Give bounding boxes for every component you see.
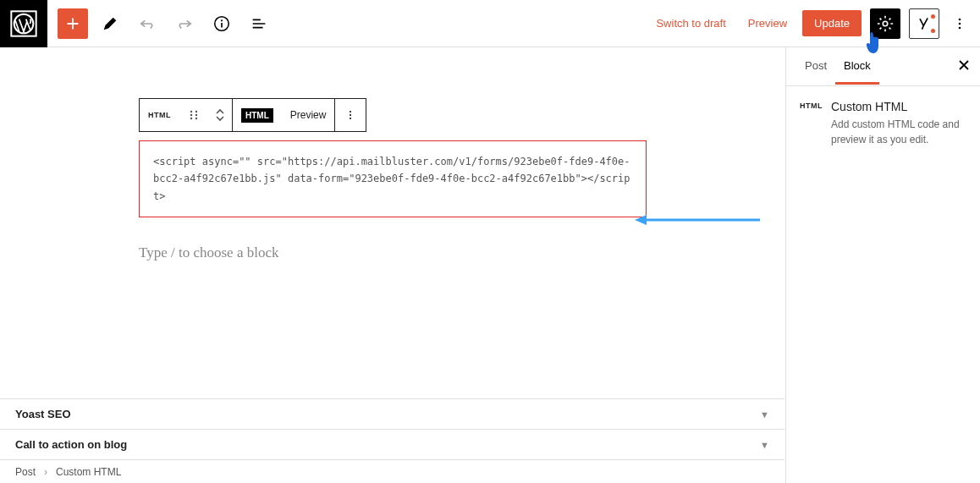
block-placeholder[interactable]: Type / to choose a block xyxy=(139,244,647,261)
chevron-down-icon: ▼ xyxy=(760,440,769,450)
svg-point-16 xyxy=(350,118,351,119)
more-vertical-icon xyxy=(344,108,357,122)
breadcrumb-current[interactable]: Custom HTML xyxy=(56,466,121,478)
preview-button[interactable]: Preview xyxy=(741,12,794,35)
close-sidebar-button[interactable] xyxy=(958,58,970,75)
svg-point-11 xyxy=(195,114,197,116)
block-title: Custom HTML xyxy=(831,100,966,113)
add-block-button[interactable] xyxy=(58,8,88,39)
chevron-down-icon xyxy=(215,115,225,122)
block-description: Add custom HTML code and preview it as y… xyxy=(831,117,966,147)
move-block-button[interactable] xyxy=(208,99,232,131)
plus-icon xyxy=(63,14,82,33)
svg-point-12 xyxy=(190,118,192,119)
wordpress-logo[interactable] xyxy=(0,0,47,47)
svg-point-6 xyxy=(959,22,961,25)
redo-icon xyxy=(175,14,194,33)
chevron-down-icon: ▼ xyxy=(760,409,769,420)
breadcrumb-root[interactable]: Post xyxy=(15,466,36,478)
panel-title: Yoast SEO xyxy=(15,408,71,420)
arrow-annotation xyxy=(635,211,762,231)
custom-html-input[interactable]: <script async="" src="https://api.mailbl… xyxy=(139,140,647,217)
block-more-button[interactable] xyxy=(335,99,366,131)
svg-point-10 xyxy=(190,114,192,116)
drag-icon xyxy=(188,109,200,121)
tab-post[interactable]: Post xyxy=(796,49,835,85)
main-area: HTML HTML Preview xyxy=(0,47,980,483)
switch-to-draft-button[interactable]: Switch to draft xyxy=(649,12,732,35)
settings-sidebar: Post Block HTML Custom HTML Add custom H… xyxy=(785,47,980,483)
block-toolbar: HTML HTML Preview xyxy=(139,98,366,132)
pencil-icon xyxy=(101,14,119,33)
more-options-button[interactable] xyxy=(948,8,972,39)
editor-canvas: HTML HTML Preview xyxy=(0,47,785,483)
panel-title: Call to action on blog xyxy=(15,438,127,451)
settings-button[interactable] xyxy=(870,8,900,39)
undo-icon xyxy=(138,14,157,33)
svg-point-4 xyxy=(883,21,888,26)
outline-button[interactable] xyxy=(244,8,274,39)
svg-point-7 xyxy=(959,26,961,29)
breadcrumb: Post › Custom HTML xyxy=(0,459,785,483)
cta-panel[interactable]: Call to action on blog ▼ xyxy=(0,429,785,459)
block-type-button[interactable]: HTML xyxy=(140,99,179,131)
chevron-up-icon xyxy=(215,108,225,115)
wordpress-icon xyxy=(10,10,37,37)
top-left-tools xyxy=(47,8,274,39)
more-vertical-icon xyxy=(951,15,968,32)
svg-point-15 xyxy=(350,114,351,116)
svg-point-5 xyxy=(959,18,961,20)
sidebar-tabs: Post Block xyxy=(786,47,980,86)
sidebar-body: HTML Custom HTML Add custom HTML code an… xyxy=(786,86,980,161)
bottom-panels: Yoast SEO ▼ Call to action on blog ▼ xyxy=(0,398,785,459)
svg-point-8 xyxy=(190,111,192,113)
svg-point-14 xyxy=(350,111,351,113)
drag-handle[interactable] xyxy=(179,99,208,131)
html-icon: HTML xyxy=(800,102,823,110)
svg-point-13 xyxy=(195,118,197,119)
svg-point-3 xyxy=(221,19,223,21)
list-icon xyxy=(250,14,268,33)
tab-block[interactable]: Block xyxy=(835,49,879,85)
preview-view-button[interactable]: Preview xyxy=(282,99,335,131)
undo-button[interactable] xyxy=(132,8,162,39)
info-button[interactable] xyxy=(206,8,237,39)
redo-button[interactable] xyxy=(169,8,200,39)
top-right-tools: Switch to draft Preview Update xyxy=(649,8,980,39)
info-icon xyxy=(212,14,231,33)
yoast-icon xyxy=(916,15,933,32)
edit-mode-button[interactable] xyxy=(95,8,125,39)
yoast-seo-panel[interactable]: Yoast SEO ▼ xyxy=(0,398,785,429)
html-icon: HTML xyxy=(148,111,171,119)
update-button[interactable]: Update xyxy=(802,10,862,36)
svg-point-9 xyxy=(195,111,197,113)
yoast-button[interactable] xyxy=(909,8,939,39)
html-view-button[interactable]: HTML xyxy=(233,99,282,131)
close-icon xyxy=(958,59,970,71)
breadcrumb-separator: › xyxy=(44,466,47,478)
gear-icon xyxy=(876,14,895,33)
top-toolbar: Switch to draft Preview Update xyxy=(0,0,980,47)
